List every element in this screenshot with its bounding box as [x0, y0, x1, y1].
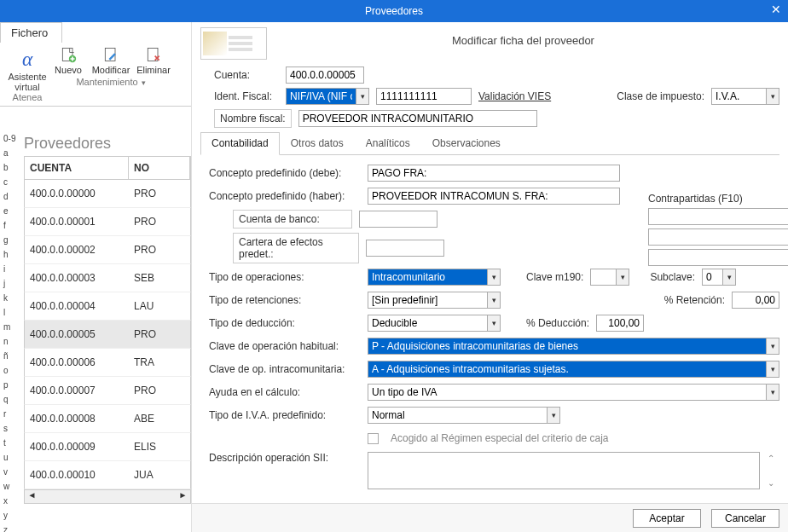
tipo-op-combo[interactable]: ▾ [368, 269, 501, 286]
table-row[interactable]: 400.0.0.00010JUA [24, 461, 191, 489]
contrap-input-2[interactable] [648, 228, 788, 246]
table-row[interactable]: 400.0.0.00006TRA [24, 349, 191, 377]
tipo-ret-combo[interactable]: ▾ [368, 292, 501, 309]
alpha-o[interactable]: o [3, 363, 20, 378]
concepto-debe-input[interactable] [368, 165, 620, 182]
subclave-input[interactable] [702, 269, 722, 286]
alpha-l[interactable]: l [3, 305, 20, 320]
alpha-b[interactable]: b [3, 160, 20, 175]
scroll-down-icon[interactable]: ⌄ [768, 478, 774, 488]
alpha-h[interactable]: h [3, 247, 20, 262]
col-cuenta[interactable]: CUENTA [25, 157, 129, 179]
table-row[interactable]: 400.0.0.00000PRO [24, 180, 191, 208]
idfiscal-input[interactable] [376, 88, 472, 105]
clave-intra-combo[interactable]: ▾ [368, 361, 779, 378]
alpha-i[interactable]: i [3, 262, 20, 276]
table-row[interactable]: 400.0.0.00001PRO [24, 208, 191, 236]
chevron-down-icon[interactable]: ▾ [547, 407, 560, 424]
tab-analiticos[interactable]: Analíticos [355, 132, 421, 154]
alpha-r[interactable]: r [3, 407, 20, 421]
alpha-0-9[interactable]: 0-9 [3, 131, 20, 146]
cancel-button[interactable]: Cancelar [711, 509, 779, 528]
tipo-op-input[interactable] [368, 269, 487, 286]
cuenta-banco-label[interactable]: Cuenta de banco: [233, 210, 352, 228]
chevron-down-icon[interactable]: ▾ [487, 315, 501, 332]
tipo-iva-input[interactable] [368, 407, 547, 424]
alpha-w[interactable]: w [3, 479, 20, 494]
alpha-g[interactable]: g [3, 233, 20, 247]
accept-button[interactable]: Aceptar [633, 509, 701, 528]
clave190-input[interactable] [590, 269, 616, 286]
alpha-c[interactable]: c [3, 175, 20, 189]
chevron-down-icon[interactable]: ▾ [766, 384, 779, 401]
cuenta-input[interactable] [286, 66, 364, 84]
clase-imp-combo[interactable]: ▾ [711, 88, 779, 105]
desc-sii-textarea[interactable] [368, 452, 760, 489]
table-row[interactable]: 400.0.0.00005PRO [24, 321, 191, 349]
clave-hab-combo[interactable]: ▾ [368, 338, 779, 355]
tab-otros-datos[interactable]: Otros datos [280, 132, 355, 154]
idfiscal-type-input[interactable] [286, 88, 356, 105]
scroll-left-icon[interactable]: ◄ [25, 490, 39, 503]
criterio-caja-checkbox[interactable] [368, 433, 379, 444]
table-row[interactable]: 400.0.0.00004LAU [24, 292, 191, 321]
file-tab[interactable]: Fichero [0, 22, 62, 43]
clave190-combo[interactable]: ▾ [590, 269, 629, 286]
tipo-ret-input[interactable] [368, 292, 487, 309]
nombre-fiscal-label[interactable]: Nombre fiscal: [214, 109, 292, 128]
alpha-d[interactable]: d [3, 189, 20, 204]
table-row[interactable]: 400.0.0.00003SEB [24, 264, 191, 292]
alpha-v[interactable]: v [3, 465, 20, 479]
alpha-j[interactable]: j [3, 276, 20, 291]
idfiscal-type-combo[interactable]: ▾ [286, 88, 369, 105]
pct-ded-input[interactable] [596, 315, 644, 332]
alpha-y[interactable]: y [3, 508, 20, 523]
table-row[interactable]: 400.0.0.00002PRO [24, 236, 191, 264]
cartera-input[interactable] [366, 240, 444, 257]
alpha-n[interactable]: n [3, 334, 20, 349]
contrap-input-1[interactable] [648, 208, 788, 225]
alpha-u[interactable]: u [3, 450, 20, 465]
table-row[interactable]: 400.0.0.00007PRO [24, 377, 191, 405]
alpha-p[interactable]: p [3, 378, 20, 392]
cartera-label[interactable]: Cartera de efectos predet.: [233, 233, 359, 263]
chevron-down-icon[interactable]: ▾ [766, 88, 779, 105]
table-row[interactable]: 400.0.0.00009ELIS [24, 433, 191, 461]
table-row[interactable]: 400.0.0.00008ABE [24, 405, 191, 433]
col-nombre[interactable]: NO [129, 157, 190, 179]
cuenta-banco-input[interactable] [359, 211, 437, 228]
alpha-m[interactable]: m [3, 320, 20, 334]
chevron-down-icon[interactable]: ▾ [766, 338, 779, 355]
tab-contabilidad[interactable]: Contabilidad [200, 132, 280, 155]
alpha-f[interactable]: f [3, 218, 20, 233]
chevron-down-icon[interactable]: ▾ [722, 269, 736, 286]
new-button[interactable]: Nuevo [48, 46, 89, 75]
edit-button[interactable]: Modificar [90, 46, 131, 75]
alpha-t[interactable]: t [3, 436, 20, 450]
horizontal-scrollbar[interactable]: ◄ ► [24, 489, 191, 504]
alpha-ñ[interactable]: ñ [3, 349, 20, 363]
pct-ret-input[interactable] [732, 292, 779, 309]
vies-link[interactable]: Validación VIES [478, 90, 551, 102]
delete-button[interactable]: Eliminar [133, 46, 174, 75]
scroll-right-icon[interactable]: ► [176, 490, 190, 503]
chevron-down-icon[interactable]: ▾ [766, 361, 779, 378]
chevron-down-icon[interactable]: ▾ [616, 269, 629, 286]
tipo-iva-combo[interactable]: ▾ [368, 407, 560, 424]
nombre-fiscal-input[interactable] [298, 110, 537, 127]
tab-observaciones[interactable]: Observaciones [421, 132, 512, 154]
alpha-s[interactable]: s [3, 421, 20, 436]
tipo-ded-combo[interactable]: ▾ [368, 315, 501, 332]
chevron-down-icon[interactable]: ▾ [487, 292, 501, 309]
scroll-up-icon[interactable]: ⌃ [768, 454, 774, 463]
alpha-e[interactable]: e [3, 204, 20, 218]
close-icon[interactable]: ✕ [771, 3, 781, 16]
subclave-combo[interactable]: ▾ [702, 269, 736, 286]
chevron-down-icon[interactable]: ▾ [142, 78, 146, 87]
alpha-x[interactable]: x [3, 494, 20, 508]
alpha-k[interactable]: k [3, 291, 20, 305]
clave-intra-input[interactable] [368, 361, 766, 378]
ayuda-input[interactable] [368, 384, 766, 401]
tipo-ded-input[interactable] [368, 315, 487, 332]
clave-hab-input[interactable] [368, 338, 766, 355]
